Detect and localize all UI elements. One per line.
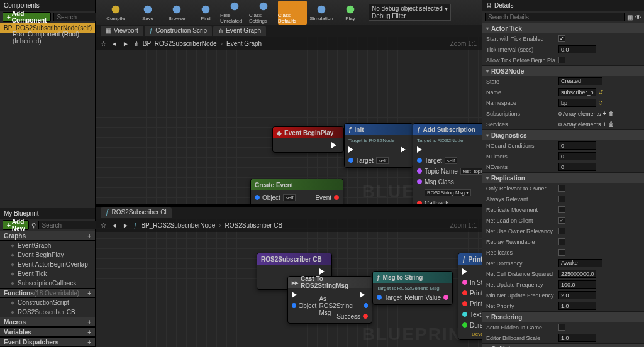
value-input[interactable] [558,99,596,107]
blueprint-item[interactable]: SubscriptionCallback [0,278,95,288]
checkbox[interactable] [558,238,565,245]
value-input[interactable] [558,302,596,310]
node-msg-to-string[interactable]: ƒ Msg to String Target is ROS2Generic Ms… [372,271,453,305]
zoom-label: Zoom 1:1 [450,222,477,229]
details-row: NTimers [482,151,644,162]
blueprint-item[interactable]: ROS2Subscriber CB [0,307,95,317]
section-header[interactable]: Variables+ [0,327,95,337]
breadcrumb[interactable]: ⋔ BP_ROS2SubscriberNode›Event Graph [134,40,262,47]
blueprint-item[interactable]: Event Tick [0,269,95,278]
value-input[interactable] [558,163,596,171]
svg-point-7 [318,5,326,13]
details-row: Editor Billboard Scale [482,333,644,343]
details-row: Net Update Frequency [482,279,644,290]
find-button[interactable]: Find [191,1,220,25]
blueprint-item[interactable]: ConstructionScript [0,298,95,307]
tab-viewport[interactable]: ▦ Viewport [101,26,143,36]
play-button[interactable]: Play [336,1,365,25]
details-row: Only Relevant to Owner [482,183,644,194]
browse-button[interactable]: Browse [162,1,191,25]
svg-point-2 [173,5,181,13]
value-input[interactable] [558,291,596,299]
node-print-string[interactable]: ƒ Print String In String Print to Screen… [458,253,482,340]
details-row: Allow Tick Before Begin Pla [482,55,644,65]
add-new-button[interactable]: Add New [3,220,29,230]
value-input[interactable] [558,45,596,53]
section-header[interactable]: Event Dispatchers+ [0,337,95,347]
details-row: Namespace↺ [482,97,644,108]
value-input[interactable] [558,141,596,150]
hide-unrelated-button[interactable]: Hide Unrelated [220,1,249,25]
nav-back-icon[interactable]: ◄ [111,40,118,47]
checkbox[interactable] [558,206,565,213]
blueprint-item[interactable]: Event BeginPlay [0,250,95,260]
value-input[interactable] [558,88,596,96]
section-header[interactable]: Graphs+ [0,231,95,241]
save-button[interactable]: Save [133,1,162,25]
checkbox[interactable] [558,185,565,192]
details-row: Net Priority [482,300,644,311]
breadcrumb[interactable]: ƒ BP_ROS2SubscriberNode›ROS2Subscriber C… [134,222,282,229]
node-event-beginplay[interactable]: ◆ Event BeginPlay [272,126,344,153]
node-add-subscription[interactable]: ƒ Add Subscription Target is ROS2Node Ta… [413,123,482,204]
section-header[interactable]: Functions (18 Overridable)+ [0,288,95,298]
checkbox[interactable] [558,57,565,63]
svg-point-3 [202,5,210,13]
checkbox[interactable] [558,35,565,42]
component-item[interactable]: Root Component (Root) (Inherited) [0,33,95,43]
value-input[interactable] [558,152,596,160]
class-settings-button[interactable]: Class Settings [249,1,278,25]
svg-point-6 [289,3,297,11]
nav-fwd-icon[interactable]: ► [123,40,129,47]
class-defaults-button[interactable]: Class Defaults [278,1,307,25]
details-row: Name↺ [482,87,644,97]
event-graph-canvas[interactable]: ☆ ◄ ► ⋔ BP_ROS2SubscriberNode›Event Grap… [96,36,482,204]
view-options-icon[interactable]: ▦ [627,14,633,21]
checkbox[interactable] [558,324,565,331]
checkbox[interactable] [558,228,565,234]
details-section[interactable]: Diagnostics [482,129,644,140]
graph-tabs: ▦ Viewport ƒ Construction Scrip ⋔ Event … [96,25,482,36]
svg-point-0 [112,5,120,13]
compile-button[interactable]: Compile [98,1,133,25]
debug-object-dropdown[interactable]: No debug object selected ▾ Debug Filter [369,4,451,21]
subscriber-graph-canvas[interactable]: ☆ ◄ ► ƒ BP_ROS2SubscriberNode›ROS2Subscr… [96,218,482,347]
dropdown[interactable]: Awake [558,259,602,267]
favorite-icon[interactable]: ☆ [101,222,106,229]
checkbox[interactable] [558,249,565,256]
details-section[interactable]: Collision [482,343,644,347]
nav-back-icon[interactable]: ◄ [111,222,118,229]
node-create-event[interactable]: Create Event ObjectselfEvent Signature: … [250,179,343,204]
details-section[interactable]: Actor Tick [482,23,644,33]
blueprint-item[interactable]: EventGraph [0,241,95,250]
details-search-input[interactable] [485,13,625,21]
settings-icon[interactable]: 👁 [635,14,641,21]
simulation-button[interactable]: Simulation [307,1,336,25]
details-tab[interactable]: ⚙ Details [482,0,644,11]
dropdown[interactable]: Created [558,77,602,85]
value-input[interactable] [558,270,596,278]
details-section[interactable]: ROS2Node [482,65,644,76]
filter-icon[interactable]: ⚲ [31,222,36,228]
value-input[interactable] [558,334,596,342]
details-section[interactable]: Rendering [482,311,644,322]
favorite-icon[interactable]: ☆ [101,40,106,47]
value-input[interactable] [558,280,596,289]
node-cast[interactable]: ▸▸ Cast To ROS2StringMsg ObjectAs ROS2St… [287,276,372,324]
checkbox[interactable] [558,217,565,224]
details-row: Net Use Owner Relevancy [482,226,644,236]
section-header[interactable]: Macros+ [0,317,95,327]
nav-fwd-icon[interactable]: ► [123,222,129,229]
add-component-button[interactable]: Add Component [3,12,51,22]
details-row: Net Cull Distance Squared [482,268,644,279]
tab-ros2subscriber[interactable]: ƒ ROS2Subscriber Cl [101,207,172,218]
details-row: Always Relevant [482,194,644,204]
node-init[interactable]: ƒ Init Target is ROS2Node Targetself [344,123,413,168]
tab-construction[interactable]: ƒ Construction Scrip [145,26,212,36]
details-row: Tick Interval (secs) [482,44,644,55]
details-row: Net Load on Client [482,215,644,226]
blueprint-item[interactable]: Event ActorBeginOverlap [0,260,95,269]
tab-eventgraph[interactable]: ⋔ Event Graph [213,26,266,36]
checkbox[interactable] [558,196,565,202]
details-section[interactable]: Replication [482,172,644,183]
